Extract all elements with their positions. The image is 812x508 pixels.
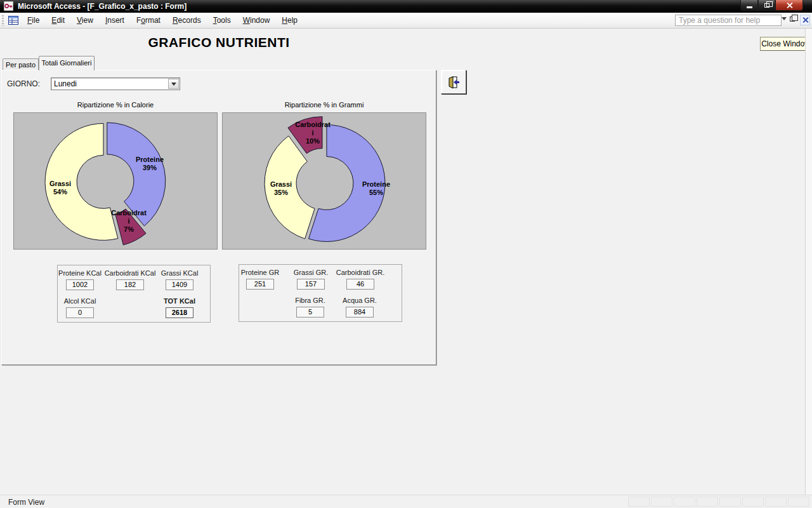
- close-window-button[interactable]: Close Window: [760, 37, 811, 51]
- field-label: Carboidrati GR.: [322, 269, 398, 276]
- giorno-label: GIORNO:: [7, 79, 40, 88]
- slice-label: Grassi54%: [49, 180, 71, 196]
- slice-label: Proteine39%: [136, 156, 164, 172]
- help-search-input[interactable]: Type a question for help: [675, 15, 782, 26]
- status-panel: [651, 497, 672, 507]
- field-label: TOT KCal: [141, 297, 218, 305]
- child-close-button[interactable]: [800, 15, 810, 25]
- child-restore-icon[interactable]: [790, 17, 795, 22]
- restore-icon: [764, 3, 769, 8]
- menu-insert[interactable]: Insert: [100, 14, 129, 27]
- menu-tools[interactable]: Tools: [208, 14, 236, 27]
- child-close-icon: [802, 17, 808, 23]
- field-label: Alcol KCal: [42, 297, 118, 305]
- menu-edit[interactable]: Edit: [46, 14, 70, 27]
- field-value[interactable]: 46: [346, 279, 374, 290]
- close-icon: [787, 3, 792, 8]
- field-value[interactable]: 157: [297, 279, 325, 290]
- exit-door-icon: [447, 76, 461, 90]
- field-value[interactable]: 5: [296, 307, 324, 318]
- field-value[interactable]: 251: [246, 279, 274, 290]
- field-label: Grassi KCal: [141, 269, 218, 277]
- menu-records[interactable]: Records: [167, 14, 206, 27]
- toolbar-grip[interactable]: [2, 15, 4, 26]
- slice-label: Carboidrati10%: [295, 121, 331, 145]
- menu-items: FileEditViewInsertFormatRecordsToolsWind…: [22, 14, 304, 27]
- window-title: Microsoft Access - [F_Grafico_x_pasto : …: [18, 2, 187, 11]
- menu-help[interactable]: Help: [277, 14, 303, 27]
- minimize-button[interactable]: [740, 0, 758, 11]
- field-value[interactable]: 2618: [166, 307, 193, 318]
- title-bar: Microsoft Access - [F_Grafico_x_pasto : …: [0, 0, 812, 13]
- menu-format[interactable]: Format: [131, 14, 166, 27]
- grams-panel: Proteine GR251Grassi GR.157Carboidrati G…: [239, 264, 402, 322]
- form-window: GRAFICO NUTRIENTI Close Window Per pasto…: [0, 29, 812, 495]
- slice-label: Carboidrati7%: [111, 209, 147, 234]
- chart-title-calorie: Ripartizione % in Calorie: [13, 101, 218, 109]
- field-value[interactable]: 182: [116, 279, 144, 290]
- restore-button[interactable]: [758, 0, 775, 11]
- status-text: Form View: [8, 498, 44, 507]
- status-bar: Form View: [0, 495, 812, 508]
- tab-page-totali-giornalieri: GIORNO: Lunedi Ripartizione % in Calorie…: [1, 70, 436, 365]
- page-title: GRAFICO NUTRIENTI: [0, 35, 438, 50]
- slice-label: Proteine55%: [362, 180, 390, 197]
- field-label: Acqua GR.: [322, 297, 398, 304]
- menu-file[interactable]: File: [22, 14, 44, 27]
- status-panel: [628, 497, 650, 507]
- screen: { "window": { "title": "Microsoft Access…: [0, 0, 812, 508]
- tab-totali-giornalieri[interactable]: Totali Giornalieri: [39, 56, 95, 70]
- status-panel: [674, 497, 695, 507]
- chart-title-grammi: Ripartizione % in Grammi: [222, 101, 426, 109]
- status-panel: [742, 497, 764, 507]
- form-system-icon[interactable]: [8, 16, 18, 25]
- giorno-value: Lunedi: [54, 79, 77, 88]
- exit-form-button[interactable]: [441, 70, 466, 94]
- tab-per-pasto[interactable]: Per pasto: [3, 58, 39, 70]
- chart-plot-2: Carboidrati10%Grassi35%Proteine55%: [222, 112, 426, 250]
- giorno-combobox[interactable]: Lunedi: [51, 77, 180, 90]
- status-panel: [765, 497, 787, 507]
- minimize-icon: [747, 6, 752, 8]
- help-dropdown-icon[interactable]: [782, 17, 787, 20]
- chart-plot-1: Proteine39%Carboidrati7%Grassi54%: [13, 112, 218, 250]
- menu-window[interactable]: Window: [238, 14, 275, 27]
- field-value[interactable]: 884: [346, 307, 374, 318]
- slice-label: Grassi35%: [270, 180, 292, 197]
- field-value[interactable]: 0: [66, 307, 94, 318]
- kcal-panel: Proteine KCal1002Carboidrati KCal182Gras…: [57, 265, 211, 323]
- window-controls: [740, 0, 803, 11]
- status-panel: [697, 497, 718, 507]
- combo-dropdown-button[interactable]: [168, 79, 179, 89]
- status-panel: [719, 497, 741, 507]
- status-panel: [788, 497, 809, 507]
- menu-view[interactable]: View: [72, 14, 98, 27]
- close-button[interactable]: [775, 0, 803, 11]
- menu-bar: FileEditViewInsertFormatRecordsToolsWind…: [0, 13, 812, 29]
- field-value[interactable]: 1002: [66, 279, 94, 290]
- access-app-icon: [4, 1, 13, 11]
- vertical-scrollbar[interactable]: [805, 29, 812, 495]
- field-value[interactable]: 1409: [166, 279, 193, 290]
